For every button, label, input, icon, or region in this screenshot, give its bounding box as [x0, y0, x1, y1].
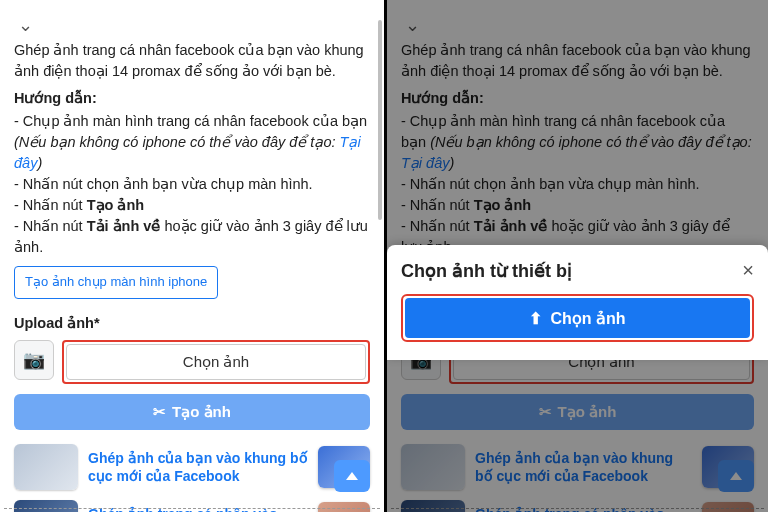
modal-button-highlight: ⬆ Chọn ảnh [401, 294, 754, 342]
related-title: Ghép ảnh của bạn vào khung bố cục mới củ… [475, 449, 692, 485]
step-1: - Chụp ảnh màn hình trang cá nhân facebo… [401, 111, 754, 174]
step-1: - Chụp ảnh màn hình trang cá nhân facebo… [14, 111, 370, 174]
left-pane: ⌄ Ghép ảnh trang cá nhân facebook của bạ… [0, 0, 384, 512]
scrollbar[interactable] [378, 20, 382, 220]
guide-heading: Hướng dẫn: [401, 88, 754, 109]
step-2: - Nhấn nút chọn ảnh bạn vừa chụp màn hìn… [401, 174, 754, 195]
step-3: - Nhấn nút Tạo ảnh [401, 195, 754, 216]
related-list: Ghép ảnh của bạn vào khung bố cục mới củ… [14, 444, 370, 512]
step-3: - Nhấn nút Tạo ảnh [14, 195, 370, 216]
related-item[interactable]: Ghép ảnh của bạn vào khung bố cục mới củ… [14, 444, 370, 490]
chevron-down-icon[interactable]: ⌄ [14, 8, 370, 40]
step-close: ) [37, 155, 42, 171]
screenshot-tool-button[interactable]: Tạo ảnh chụp màn hình iphone [14, 266, 218, 299]
step-note: (Nếu bạn không có iphone có thể vào đây … [14, 134, 340, 150]
camera-button[interactable]: 📷 [14, 340, 54, 380]
guide-heading: Hướng dẫn: [14, 88, 370, 109]
related-title: Ghép ảnh của bạn vào khung bố cục mới củ… [88, 449, 308, 485]
close-icon[interactable]: × [742, 259, 754, 282]
step-note: (Nếu bạn không có iphone có thể vào đây … [430, 134, 752, 150]
create-image-button[interactable]: ✂ Tạo ảnh [14, 394, 370, 430]
thumbnail [401, 500, 465, 512]
scissors-icon: ✂ [153, 403, 166, 421]
intro-text: Ghép ảnh trang cá nhân facebook của bạn … [401, 40, 754, 82]
step-close: ) [450, 155, 455, 171]
chevron-up-icon [346, 472, 358, 480]
scroll-to-top-button[interactable] [334, 460, 370, 492]
bottom-divider [4, 508, 380, 509]
modal-title: Chọn ảnh từ thiết bị [401, 260, 572, 282]
modal-choose-button[interactable]: ⬆ Chọn ảnh [405, 298, 750, 338]
step-2: - Nhấn nút chọn ảnh bạn vừa chụp màn hìn… [14, 174, 370, 195]
related-item[interactable]: Ghép ảnh trang cá nhân vào khung điện th… [14, 500, 370, 512]
related-item[interactable]: Ghép ảnh trang cá nhân vào khung điện th… [401, 500, 754, 512]
choose-image-button[interactable]: Chọn ảnh [66, 344, 366, 380]
thumbnail [14, 500, 78, 512]
intro-text: Ghép ảnh trang cá nhân facebook của bạn … [14, 40, 370, 82]
modal-header: Chọn ảnh từ thiết bị × [401, 259, 754, 282]
choose-image-label: Chọn ảnh [183, 351, 249, 373]
right-pane: ⌄ Ghép ảnh trang cá nhân facebook của bạ… [384, 0, 768, 512]
step-text: - Nhấn nút [14, 218, 87, 234]
upload-icon: ⬆ [529, 309, 542, 328]
here-link[interactable]: Tại đây [401, 155, 450, 171]
step-bold: Tải ảnh về [87, 218, 161, 234]
step-bold: Tạo ảnh [87, 197, 144, 213]
create-image-button[interactable]: ✂ Tạo ảnh [401, 394, 754, 430]
step-text: - Nhấn nút [14, 197, 87, 213]
upload-label: Upload ảnh* [14, 313, 370, 334]
create-image-label: Tạo ảnh [558, 403, 617, 421]
choose-image-modal: Chọn ảnh từ thiết bị × ⬆ Chọn ảnh [387, 245, 768, 360]
thumbnail [14, 444, 78, 490]
step-text: - Chụp ảnh màn hình trang cá nhân facebo… [14, 113, 367, 129]
chevron-down-icon[interactable]: ⌄ [401, 8, 754, 40]
create-image-label: Tạo ảnh [172, 403, 231, 421]
camera-icon: 📷 [23, 347, 45, 373]
step-bold: Tải ảnh về [474, 218, 548, 234]
related-list: Ghép ảnh của bạn vào khung bố cục mới củ… [401, 444, 754, 512]
modal-choose-label: Chọn ảnh [550, 309, 625, 328]
step-text: - Nhấn nút [401, 218, 474, 234]
bottom-divider [391, 508, 764, 509]
related-item[interactable]: Ghép ảnh của bạn vào khung bố cục mới củ… [401, 444, 754, 490]
step-text: - Nhấn nút [401, 197, 474, 213]
scissors-icon: ✂ [539, 403, 552, 421]
choose-highlight: Chọn ảnh [62, 340, 370, 384]
step-bold: Tạo ảnh [474, 197, 531, 213]
upload-row: 📷 Chọn ảnh [14, 340, 370, 384]
scroll-to-top-button[interactable] [718, 460, 754, 492]
chevron-up-icon [730, 472, 742, 480]
thumbnail [401, 444, 465, 490]
step-4: - Nhấn nút Tải ảnh về hoặc giữ vào ảnh 3… [14, 216, 370, 258]
